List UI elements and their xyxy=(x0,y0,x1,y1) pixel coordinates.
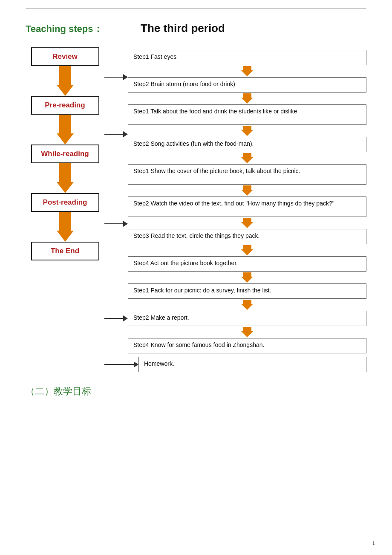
chinese-title: （二）教学目标 xyxy=(26,386,91,396)
header-row: Teaching steps： The third period xyxy=(26,22,366,35)
top-divider xyxy=(26,9,366,9)
while-reading-connector: Step1 Show the cover of the picture book… xyxy=(104,164,366,283)
small-arrow xyxy=(128,153,366,163)
small-arrow xyxy=(128,272,366,283)
step-box: Step1 Talk about the food and drink the … xyxy=(128,104,366,125)
small-arrow xyxy=(128,218,366,228)
step-box: Homework. xyxy=(138,357,366,372)
small-arrow xyxy=(128,300,366,310)
chinese-section: （二）教学目标 xyxy=(26,385,366,398)
pre-reading-connector: Step1 Talk about the food and drink the … xyxy=(104,104,366,164)
review-steps: Step1 Fast eyes Step2 Brain storm (more … xyxy=(128,50,366,104)
arrow-shaft xyxy=(59,115,71,133)
step-box: Step4 Act out the picture book together. xyxy=(128,256,366,272)
stage-box-pre-reading: Pre-reading xyxy=(31,96,99,115)
down-arrow-3 xyxy=(57,163,74,193)
arrow-shaft xyxy=(59,163,71,182)
step-box: Step2 Watch the video of the text, find … xyxy=(128,197,366,217)
diagram: Review Pre-reading While-reading xyxy=(26,47,366,372)
arrow-shaft xyxy=(59,212,71,231)
page-number: 1 xyxy=(372,540,375,546)
arrow-head xyxy=(57,85,74,96)
arrow-head xyxy=(57,231,74,242)
teaching-steps-label: Teaching steps： xyxy=(26,23,115,35)
small-arrow xyxy=(128,327,366,337)
stage-box-while-reading: While-reading xyxy=(31,145,99,163)
arrow-head xyxy=(57,182,74,193)
step-box: Step1 Show the cover of the picture book… xyxy=(128,164,366,185)
the-end-steps: Homework. xyxy=(138,357,366,372)
down-arrow-2 xyxy=(57,115,74,145)
diagram-right-col: Step1 Fast eyes Step2 Brain storm (more … xyxy=(104,47,366,372)
step-box: Step1 Fast eyes xyxy=(128,50,366,65)
arrow-head xyxy=(57,133,74,145)
diagram-left-col: Review Pre-reading While-reading xyxy=(26,47,104,372)
page: Teaching steps： The third period Review … xyxy=(0,0,392,555)
down-arrow-4 xyxy=(57,212,74,242)
post-reading-connector: Step1 Pack for our picnic: do a survey, … xyxy=(104,283,366,353)
step-box: Step2 Brain storm (more food or drink) xyxy=(128,77,366,92)
small-arrow xyxy=(128,93,366,104)
h-connector-while-reading xyxy=(104,221,128,227)
small-arrow xyxy=(128,126,366,136)
h-connector-the-end xyxy=(104,361,138,367)
arrow-shaft xyxy=(59,66,71,85)
down-arrow-1 xyxy=(57,66,74,96)
small-arrow xyxy=(128,245,366,255)
small-arrow xyxy=(128,66,366,76)
stage-box-the-end: The End xyxy=(31,242,99,260)
the-end-connector: Homework. xyxy=(104,357,366,372)
stage-box-review: Review xyxy=(31,47,99,66)
step-box: Step2 Make a report. xyxy=(128,311,366,326)
while-reading-steps: Step1 Show the cover of the picture book… xyxy=(128,164,366,283)
post-reading-steps: Step1 Pack for our picnic: do a survey, … xyxy=(128,283,366,353)
step-box: Step4 Know for some famous food in Zhong… xyxy=(128,338,366,353)
small-arrow xyxy=(128,185,366,196)
h-connector-review xyxy=(104,74,128,80)
pre-reading-steps: Step1 Talk about the food and drink the … xyxy=(128,104,366,164)
period-title: The third period xyxy=(141,22,225,35)
step-box: Step2 Song activities (fun with the food… xyxy=(128,137,366,152)
h-connector-pre-reading xyxy=(104,131,128,137)
h-connector-post-reading xyxy=(104,315,128,321)
review-connector: Step1 Fast eyes Step2 Brain storm (more … xyxy=(104,50,366,104)
step-box: Step1 Pack for our picnic: do a survey, … xyxy=(128,283,366,299)
stage-box-post-reading: Post-reading xyxy=(31,193,99,212)
step-box: Step3 Read the text, circle the things t… xyxy=(128,229,366,244)
